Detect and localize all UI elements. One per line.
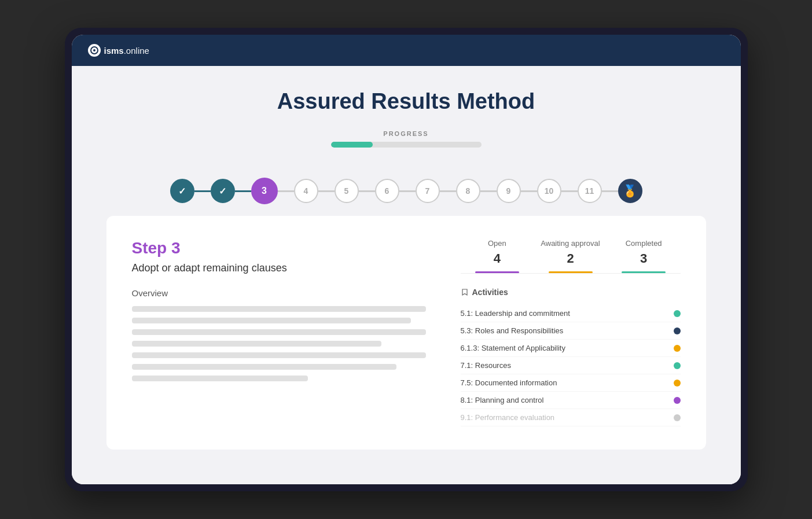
activity-row-6[interactable]: 8.1: Planning and control <box>461 392 681 409</box>
step-node-8[interactable]: 8 <box>456 179 480 203</box>
activity-dot-6 <box>674 397 681 404</box>
activity-row-5[interactable]: 7.5: Documented information <box>461 374 681 392</box>
activity-row-1[interactable]: 5.1: Leadership and commitment <box>461 305 681 322</box>
stat-open-value: 4 <box>461 251 534 266</box>
page-title: Assured Results Method <box>106 89 706 114</box>
stat-open-underline <box>475 271 519 273</box>
step-node-6[interactable]: 6 <box>375 179 399 203</box>
text-line-6 <box>132 364 396 370</box>
step-node-4[interactable]: 4 <box>294 179 318 203</box>
connector-6-7 <box>399 190 416 192</box>
top-bar: isms.online <box>72 35 741 66</box>
content-card: Step 3 Adopt or adapt remaining clauses … <box>106 216 706 450</box>
stats-row: Open 4 Awaiting approval 2 Completed 3 <box>461 239 681 274</box>
left-panel: Step 3 Adopt or adapt remaining clauses … <box>132 239 426 426</box>
steps-track: ✓ ✓ 3 4 5 <box>106 166 706 216</box>
isms-logo-icon <box>88 44 101 57</box>
stat-awaiting-value: 2 <box>534 251 607 266</box>
stat-awaiting-label: Awaiting approval <box>534 239 607 248</box>
step-node-1[interactable]: ✓ <box>170 179 194 203</box>
activity-name-6: 8.1: Planning and control <box>461 396 544 404</box>
overview-title: Overview <box>132 288 426 298</box>
activity-name-5: 7.5: Documented information <box>461 378 557 387</box>
step-label: Step 3 <box>132 239 426 257</box>
bookmark-icon <box>461 288 469 296</box>
connector-4-5 <box>318 190 335 192</box>
activity-dot-2 <box>674 327 681 334</box>
activity-row-4[interactable]: 7.1: Resources <box>461 357 681 374</box>
stat-awaiting-underline <box>549 271 593 273</box>
step-node-trophy[interactable]: 🏅 <box>618 179 642 203</box>
connector-11-trophy <box>602 190 618 192</box>
activity-dot-4 <box>674 362 681 369</box>
device-inner: isms.online Assured Results Method PROGR… <box>72 35 741 484</box>
svg-point-1 <box>93 49 95 51</box>
stat-completed-value: 3 <box>607 251 681 266</box>
connector-7-8 <box>440 190 456 192</box>
device-frame: isms.online Assured Results Method PROGR… <box>65 28 748 491</box>
stat-completed: Completed 3 <box>607 239 681 273</box>
activities-header: Activities <box>461 288 681 297</box>
step-node-5[interactable]: 5 <box>335 179 359 203</box>
main-content: Assured Results Method PROGRESS ✓ ✓ <box>72 66 741 484</box>
text-line-7 <box>132 376 308 381</box>
connector-9-10 <box>521 190 537 192</box>
step-node-3[interactable]: 3 <box>251 178 278 204</box>
activities-label: Activities <box>472 288 508 297</box>
connector-8-9 <box>480 190 497 192</box>
step-node-9[interactable]: 9 <box>497 179 521 203</box>
text-line-5 <box>132 352 426 358</box>
activity-dot-3 <box>674 345 681 352</box>
step-node-11[interactable]: 11 <box>578 179 602 203</box>
stat-open: Open 4 <box>461 239 534 273</box>
connector-3-4 <box>278 190 294 192</box>
activity-name-2: 5.3: Roles and Responsibilities <box>461 326 564 335</box>
connector-2-3 <box>235 190 251 192</box>
activity-row-2[interactable]: 5.3: Roles and Responsibilities <box>461 322 681 340</box>
text-line-2 <box>132 318 411 323</box>
step-description: Adopt or adapt remaining clauses <box>132 262 426 274</box>
connector-5-6 <box>359 190 375 192</box>
stat-awaiting: Awaiting approval 2 <box>534 239 607 273</box>
activity-row-3[interactable]: 6.1.3: Statement of Applicability <box>461 340 681 357</box>
activity-name-4: 7.1: Resources <box>461 361 511 370</box>
progress-section: PROGRESS <box>106 130 706 148</box>
connector-10-11 <box>561 190 578 192</box>
stat-completed-underline <box>622 271 666 273</box>
step-node-10[interactable]: 10 <box>537 179 561 203</box>
progress-label: PROGRESS <box>383 130 428 137</box>
activity-name-3: 6.1.3: Statement of Applicability <box>461 344 565 352</box>
activity-row-7[interactable]: 9.1: Performance evaluation <box>461 409 681 426</box>
right-panel: Open 4 Awaiting approval 2 Completed 3 <box>461 239 681 426</box>
activity-name-1: 5.1: Leadership and commitment <box>461 309 570 318</box>
progress-bar-outer <box>331 142 482 148</box>
activity-dot-5 <box>674 380 681 387</box>
progress-bar-fill <box>331 142 373 148</box>
stat-completed-label: Completed <box>607 239 681 248</box>
activity-dot-1 <box>674 310 681 317</box>
step-node-7[interactable]: 7 <box>416 179 440 203</box>
activity-name-7: 9.1: Performance evaluation <box>461 413 555 422</box>
logo-text: isms.online <box>104 46 149 56</box>
step-node-2[interactable]: ✓ <box>211 179 235 203</box>
text-line-4 <box>132 341 382 347</box>
activity-dot-7 <box>674 414 681 421</box>
stat-open-label: Open <box>461 239 534 248</box>
logo-area: isms.online <box>88 44 149 57</box>
connector-1-2 <box>194 190 211 192</box>
text-line-1 <box>132 306 426 312</box>
text-line-3 <box>132 329 426 335</box>
activities-list: 5.1: Leadership and commitment 5.3: Role… <box>461 305 681 426</box>
